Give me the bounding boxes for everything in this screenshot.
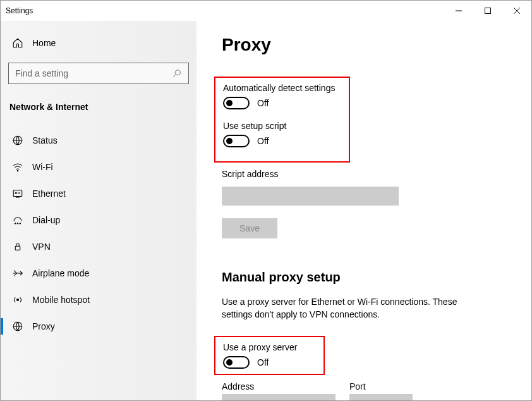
minimize-button[interactable] [444, 1, 473, 21]
highlight-auto-section: Automatically detect settings Off Use se… [214, 77, 350, 163]
window-titlebar: Settings [1, 1, 531, 21]
svg-point-15 [15, 223, 16, 225]
svg-rect-18 [15, 246, 20, 250]
sidebar-item-wifi[interactable]: Wi-Fi [8, 154, 189, 180]
category-heading: Network & Internet [8, 102, 189, 112]
sidebar-item-vpn[interactable]: VPN [8, 233, 189, 260]
sidebar-item-proxy[interactable]: Proxy [8, 313, 189, 340]
auto-detect-state: Off [257, 98, 269, 108]
highlight-proxy-server: Use a proxy server Off [214, 336, 325, 375]
script-address-input[interactable] [222, 187, 399, 206]
port-input[interactable] [349, 394, 413, 400]
script-address-label: Script address [222, 169, 506, 179]
nav-label: Wi-Fi [32, 162, 53, 172]
svg-point-4 [175, 70, 180, 75]
setup-script-label: Use setup script [223, 121, 341, 131]
airplane-icon [12, 268, 23, 279]
sidebar-item-airplane[interactable]: Airplane mode [8, 260, 189, 287]
setup-script-state: Off [257, 136, 269, 146]
proxy-server-state: Off [257, 357, 269, 367]
nav-label: Mobile hotspot [32, 295, 90, 305]
address-label: Address [222, 381, 336, 392]
maximize-button[interactable] [473, 1, 502, 21]
status-icon [12, 135, 23, 146]
nav-label: VPN [32, 242, 51, 252]
nav-list: Status Wi-Fi Ethernet Dial-up [8, 127, 189, 340]
manual-description: Use a proxy server for Ethernet or Wi-Fi… [222, 296, 487, 321]
port-label: Port [349, 381, 413, 392]
auto-detect-toggle[interactable] [223, 97, 250, 109]
manual-heading: Manual proxy setup [222, 270, 506, 285]
proxy-icon [12, 321, 23, 332]
sidebar-item-status[interactable]: Status [8, 127, 189, 154]
svg-point-19 [17, 299, 19, 301]
search-icon [172, 68, 182, 78]
svg-rect-9 [13, 190, 22, 197]
hotspot-icon [12, 294, 23, 305]
vpn-icon [12, 241, 23, 252]
close-button[interactable] [502, 1, 531, 21]
sidebar-item-dialup[interactable]: Dial-up [8, 207, 189, 233]
sidebar-item-ethernet[interactable]: Ethernet [8, 180, 189, 207]
main-content: Proxy Automatically detect settings Off … [196, 21, 531, 400]
window-title: Settings [6, 6, 33, 15]
svg-rect-10 [16, 197, 20, 198]
svg-point-16 [17, 223, 18, 225]
home-label: Home [32, 38, 56, 48]
sidebar-item-hotspot[interactable]: Mobile hotspot [8, 287, 189, 313]
svg-line-5 [173, 75, 176, 77]
dialup-icon [12, 214, 23, 226]
search-box[interactable] [8, 63, 189, 84]
svg-rect-1 [485, 8, 491, 14]
home-nav[interactable]: Home [8, 32, 189, 54]
home-icon [12, 37, 23, 49]
wifi-icon [12, 161, 23, 173]
address-input[interactable] [222, 394, 336, 400]
svg-point-8 [17, 170, 18, 171]
nav-label: Status [32, 135, 57, 145]
nav-label: Proxy [32, 321, 55, 331]
sidebar: Home Network & Internet Status Wi-Fi [1, 21, 196, 400]
proxy-server-toggle[interactable] [223, 356, 250, 369]
ethernet-icon [12, 188, 23, 199]
auto-detect-label: Automatically detect settings [223, 83, 341, 93]
nav-label: Airplane mode [32, 268, 89, 278]
proxy-server-label: Use a proxy server [223, 342, 316, 352]
nav-label: Ethernet [32, 188, 66, 199]
svg-point-17 [20, 223, 21, 225]
nav-label: Dial-up [32, 215, 60, 225]
search-input[interactable] [15, 68, 172, 78]
save-button[interactable]: Save [222, 218, 277, 238]
page-title: Proxy [222, 35, 506, 55]
setup-script-toggle[interactable] [223, 135, 250, 147]
window-controls [444, 1, 531, 21]
